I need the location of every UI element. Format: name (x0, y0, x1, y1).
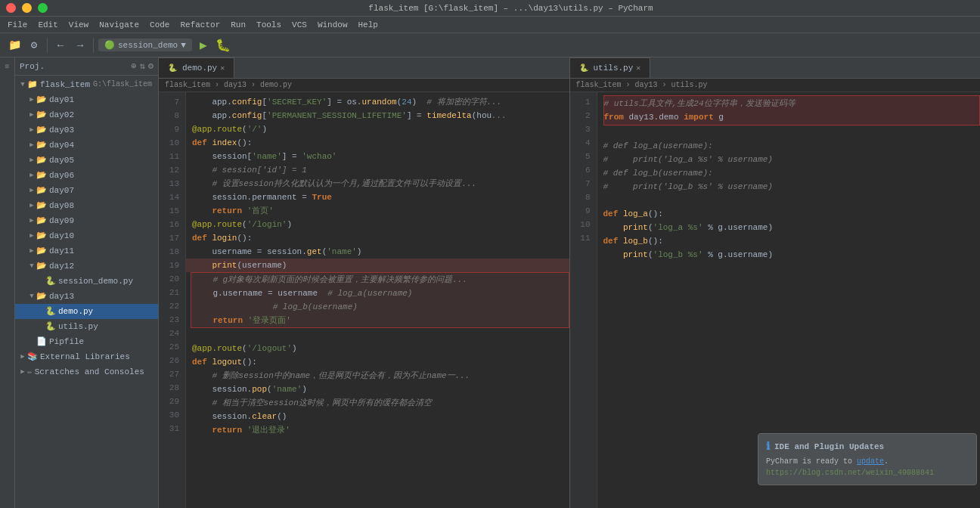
tree-day09[interactable]: ▶📂day09 (15, 213, 158, 228)
tree-day10[interactable]: ▶📂day10 (15, 228, 158, 243)
toolbar-separator-2 (93, 38, 94, 53)
tree-day02[interactable]: ▶📂day02 (15, 107, 158, 122)
title-bar: flask_item [G:\flask_item] – ...\day13\u… (0, 0, 980, 17)
left-line-numbers: 7891011 1213141516 1718192021 2223242526… (159, 92, 186, 508)
notification-title: ℹ IDE and Plugin Updates (766, 440, 969, 453)
tree-day07[interactable]: ▶📂day07 (15, 183, 158, 198)
menu-edit[interactable]: Edit (33, 19, 62, 31)
notification-popup[interactable]: ℹ IDE and Plugin Updates PyCharm is read… (758, 433, 977, 485)
menu-code[interactable]: Code (145, 19, 174, 31)
main-layout: ≡ Proj. ⊕ ⇅ ⚙ ▼ 📁 flask_item G:\flask_it… (0, 57, 980, 508)
tree-day13[interactable]: ▼📂day13 (15, 289, 158, 304)
tree-utils-py[interactable]: 🐍utils.py (15, 319, 158, 334)
run-config-icon: 🟢 (104, 40, 115, 50)
title-bar-left (6, 3, 48, 13)
run-button[interactable]: ▶ (195, 37, 212, 54)
minimize-button[interactable] (22, 3, 32, 13)
left-sidebar-strip: ≡ (0, 57, 15, 508)
tree-day11[interactable]: ▶📂day11 (15, 243, 158, 259)
menu-help[interactable]: Help (354, 19, 383, 31)
menu-bar: File Edit View Navigate Code Refactor Ru… (0, 17, 980, 33)
editor-area: 🐍 demo.py ✕ flask_item › day13 › demo.py… (159, 57, 980, 508)
info-icon: ℹ (766, 440, 770, 453)
menu-window[interactable]: Window (313, 19, 352, 31)
right-line-numbers: 12345 678910 11 (570, 92, 597, 508)
panel-header: Proj. ⊕ ⇅ ⚙ (15, 57, 158, 76)
tree-ext-libs[interactable]: ▶📚External Libraries (15, 349, 158, 364)
folder-icon[interactable]: 📁 (6, 37, 23, 54)
tree-pipfile[interactable]: 📄Pipfile (15, 334, 158, 349)
structure-icon[interactable]: ≡ (2, 60, 14, 73)
menu-navigate[interactable]: Navigate (95, 19, 144, 31)
tree-scratches[interactable]: ▶✏Scratches and Consoles (15, 364, 158, 379)
left-tab-bar: 🐍 demo.py ✕ (159, 57, 569, 79)
settings-icon[interactable]: ⚙ (26, 37, 42, 54)
tree-day04[interactable]: ▶📂day04 (15, 138, 158, 153)
tree-session-demo[interactable]: 🐍session_demo.py (15, 274, 158, 289)
panel-title: Proj. (20, 62, 45, 71)
maximize-button[interactable] (38, 3, 48, 13)
tree-demo-py[interactable]: 🐍demo.py (15, 304, 158, 319)
toolbar: 📁 ⚙ ← → 🟢 session_demo ▼ ▶ 🐛 (0, 33, 980, 57)
menu-file[interactable]: File (3, 19, 32, 31)
tree-day06[interactable]: ▶📂day06 (15, 168, 158, 183)
notification-url[interactable]: https://blog.csdn.net/weixin_49088841 (766, 469, 934, 477)
tree-day05[interactable]: ▶📂day05 (15, 153, 158, 168)
panel-header-icons: ⊕ ⇅ ⚙ (131, 60, 154, 72)
tree-day12[interactable]: ▼📂day12 (15, 259, 158, 274)
left-tab-close[interactable]: ✕ (220, 64, 225, 73)
panel-icon-1[interactable]: ⊕ (131, 60, 136, 72)
menu-tools[interactable]: Tools (252, 19, 286, 31)
run-config-arrow: ▼ (181, 41, 186, 50)
right-tab-utils[interactable]: 🐍 utils.py ✕ (570, 57, 651, 78)
notification-title-text: IDE and Plugin Updates (774, 442, 884, 451)
right-tab-bar: 🐍 utils.py ✕ (570, 57, 981, 79)
close-button[interactable] (6, 3, 16, 13)
back-icon[interactable]: ← (52, 37, 69, 54)
left-breadcrumb: flask_item › day13 › demo.py (159, 79, 569, 92)
editors-split: 🐍 demo.py ✕ flask_item › day13 › demo.py… (159, 57, 980, 508)
update-link[interactable]: update (857, 457, 884, 466)
menu-view[interactable]: View (64, 19, 93, 31)
right-editor-pane: 🐍 utils.py ✕ flask_item › day13 › utils.… (569, 57, 981, 508)
tree-day01[interactable]: ▶📂day01 (15, 92, 158, 107)
tree-root[interactable]: ▼ 📁 flask_item G:\flask_item (15, 77, 158, 92)
menu-refactor[interactable]: Refactor (175, 19, 225, 31)
project-panel: Proj. ⊕ ⇅ ⚙ ▼ 📁 flask_item G:\flask_item… (15, 57, 159, 508)
forward-icon[interactable]: → (72, 37, 88, 54)
right-tab-close[interactable]: ✕ (636, 64, 640, 73)
toolbar-separator-1 (47, 38, 48, 53)
left-tab-demo[interactable]: 🐍 demo.py ✕ (159, 57, 234, 78)
panel-icon-3[interactable]: ⚙ (148, 60, 154, 72)
menu-run[interactable]: Run (226, 19, 250, 31)
debug-button[interactable]: 🐛 (215, 37, 231, 54)
left-code-area[interactable]: 7891011 1213141516 1718192021 2223242526… (159, 92, 569, 508)
panel-icon-2[interactable]: ⇅ (140, 60, 145, 72)
right-breadcrumb: flask_item › day13 › utils.py (570, 79, 981, 92)
notification-body: PyCharm is ready to update. https://blog… (766, 456, 969, 479)
menu-vcs[interactable]: VCS (287, 19, 312, 31)
window-title: flask_item [G:\flask_item] – ...\day13\u… (48, 4, 974, 13)
left-editor-pane: 🐍 demo.py ✕ flask_item › day13 › demo.py… (159, 57, 569, 508)
tree-day03[interactable]: ▶📂day03 (15, 122, 158, 138)
left-code-content[interactable]: app.config['SECRET_KEY'] = os.urandom(24… (186, 92, 569, 508)
tree-day08[interactable]: ▶📂day08 (15, 198, 158, 213)
run-config-selector[interactable]: 🟢 session_demo ▼ (98, 39, 192, 51)
run-config-label: session_demo (118, 41, 178, 50)
project-tree: ▼ 📁 flask_item G:\flask_item ▶📂day01 ▶📂d… (15, 76, 158, 508)
